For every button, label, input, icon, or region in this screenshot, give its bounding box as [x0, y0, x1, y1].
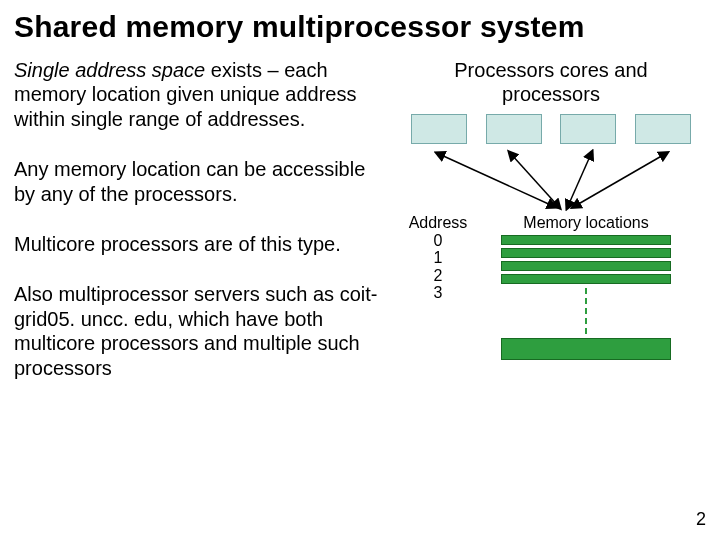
paragraph-3: Multicore processors are of this type.	[14, 232, 387, 256]
address-1: 1	[403, 249, 473, 267]
content-area: Single address space exists – each memor…	[0, 50, 720, 406]
processor-box	[560, 114, 616, 144]
memory-row	[501, 274, 671, 284]
memory-row	[501, 261, 671, 271]
paragraph-1: Single address space exists – each memor…	[14, 58, 387, 131]
left-column: Single address space exists – each memor…	[14, 58, 399, 406]
right-column: Processors cores and processors	[399, 58, 699, 406]
paragraph-4: Also multiprocessor servers such as coit…	[14, 282, 387, 380]
memory-end-block	[501, 338, 671, 360]
arrows-svg	[403, 148, 703, 212]
memory-stack	[473, 235, 699, 284]
slide-title: Shared memory multiprocessor system	[0, 0, 720, 50]
processors-label: Processors cores and processors	[403, 58, 699, 106]
memory-row	[501, 235, 671, 245]
ellipsis-dashed-line	[585, 288, 587, 334]
memory-row	[501, 248, 671, 258]
address-2: 2	[403, 267, 473, 285]
address-3: 3	[403, 284, 473, 302]
svg-line-3	[575, 154, 665, 206]
processor-box	[411, 114, 467, 144]
p1-emphasis: Single address space	[14, 59, 205, 81]
page-number: 2	[696, 509, 706, 530]
arrows-region	[403, 148, 699, 212]
processor-row	[403, 114, 699, 144]
address-label: Address	[403, 214, 473, 232]
paragraph-2: Any memory location can be accessible by…	[14, 157, 387, 206]
address-column: Address 0 1 2 3	[403, 214, 473, 302]
address-0: 0	[403, 232, 473, 250]
processor-box	[635, 114, 691, 144]
memory-column: Memory locations	[473, 214, 699, 360]
memory-locations-label: Memory locations	[473, 214, 699, 232]
svg-line-0	[439, 154, 553, 206]
memory-area: Address 0 1 2 3 Memory locations	[403, 214, 699, 360]
processor-box	[486, 114, 542, 144]
